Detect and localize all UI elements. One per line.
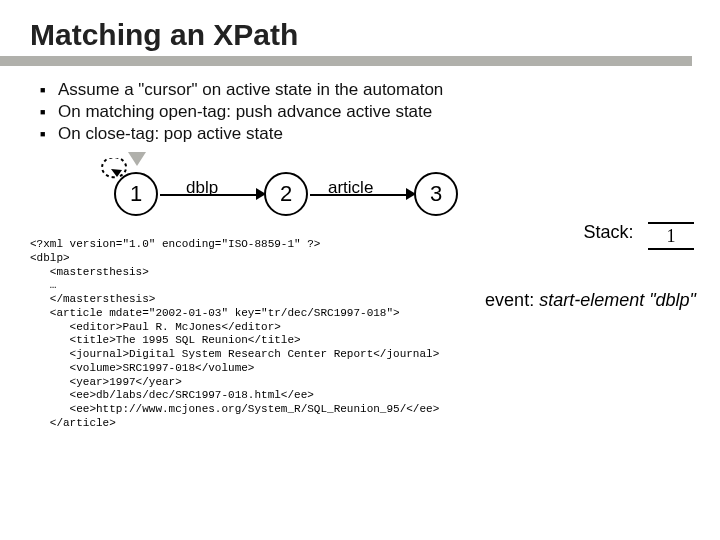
edge-label-article: article bbox=[328, 178, 373, 198]
bullet-item: On matching open-tag: push advance activ… bbox=[40, 102, 692, 122]
state-node-2: 2 bbox=[264, 172, 308, 216]
stack-display: Stack: 1 bbox=[584, 222, 694, 250]
bullet-item: On close-tag: pop active state bbox=[40, 124, 692, 144]
edge-label-dblp: dblp bbox=[186, 178, 218, 198]
xml-snippet: <?xml version="1.0" encoding="ISO-8859-1… bbox=[30, 238, 692, 431]
bullet-list: Assume a "cursor" on active state in the… bbox=[30, 80, 692, 144]
slide-title: Matching an XPath bbox=[30, 18, 692, 52]
event-text: event: start-element "dblp" bbox=[485, 290, 696, 311]
automaton-diagram: 1 dblp 2 article 3 bbox=[84, 166, 692, 226]
title-underline bbox=[30, 56, 692, 66]
state-node-3: 3 bbox=[414, 172, 458, 216]
state-node-1: 1 bbox=[114, 172, 158, 216]
stack-value: 1 bbox=[648, 222, 694, 250]
event-body: start-element "dblp" bbox=[539, 290, 696, 310]
bullet-item: Assume a "cursor" on active state in the… bbox=[40, 80, 692, 100]
event-prefix: event: bbox=[485, 290, 539, 310]
stack-label: Stack: bbox=[584, 222, 634, 243]
